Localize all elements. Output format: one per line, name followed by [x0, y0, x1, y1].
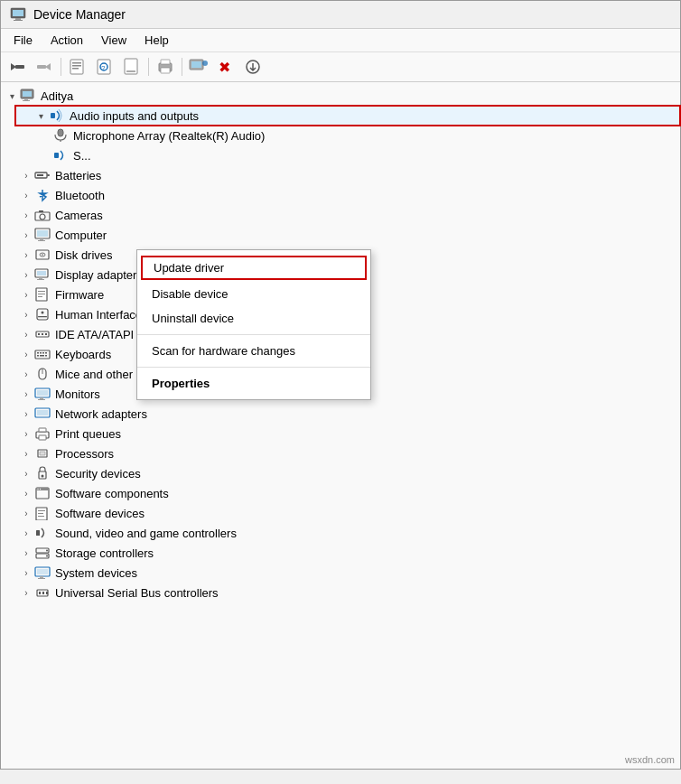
bluetooth-icon: [33, 187, 51, 203]
svg-rect-33: [47, 174, 50, 176]
svg-rect-100: [38, 578, 45, 579]
context-menu: Update driver Disable device Uninstall d…: [136, 249, 371, 400]
svg-point-35: [40, 214, 45, 219]
softwaredev-label: Software devices: [55, 507, 145, 520]
tree-item-usb[interactable]: › Universal Serial Bus controllers: [1, 583, 680, 602]
usb-label: Universal Serial Bus controllers: [55, 586, 219, 600]
expand-arrow-firmware: ›: [19, 290, 33, 300]
tree-item-audio[interactable]: ▾ Audio inputs and outputs: [15, 106, 680, 126]
tree-item-storage[interactable]: › Storage controllers: [1, 543, 680, 563]
forward-button[interactable]: [32, 55, 57, 79]
watermark: wsxdn.com: [625, 754, 675, 765]
tree-item-microphone[interactable]: Microphone Array (Realtek(R) Audio): [1, 126, 680, 145]
tree-item-softwaredev[interactable]: › Software devices: [1, 503, 680, 523]
expand-arrow-keyboards: ›: [19, 350, 33, 359]
tree-item-processors[interactable]: › Processors: [1, 443, 680, 463]
ctx-separator-2: [137, 367, 370, 368]
ctx-disable-device[interactable]: Disable device: [137, 282, 370, 306]
menu-view[interactable]: View: [92, 31, 135, 50]
svg-rect-28: [58, 129, 63, 136]
print-toolbar-btn[interactable]: [153, 55, 178, 79]
cameras-label: Cameras: [55, 209, 103, 222]
ide-icon: [33, 326, 51, 342]
svg-point-43: [42, 254, 43, 256]
svg-rect-66: [45, 355, 47, 357]
svg-rect-72: [40, 397, 43, 399]
expand-arrow-hid: ›: [19, 310, 33, 320]
svg-rect-47: [37, 279, 44, 280]
svg-rect-98: [37, 569, 48, 574]
device-manager-window: Device Manager File Action View Help: [0, 0, 681, 770]
svg-rect-40: [38, 240, 45, 241]
tree-item-security[interactable]: › Security devices: [1, 463, 680, 483]
svg-rect-71: [37, 390, 48, 396]
tree-item-network[interactable]: › Network adapters: [1, 404, 680, 424]
tree-item-computer[interactable]: › Computer: [1, 225, 680, 245]
back-button[interactable]: [5, 55, 30, 79]
ctx-scan-hardware[interactable]: Scan for hardware changes: [137, 339, 370, 363]
doc-button[interactable]: [119, 55, 145, 79]
sound-icon: [33, 525, 51, 541]
svg-rect-104: [46, 592, 48, 594]
ctx-update-driver[interactable]: Update driver: [141, 256, 367, 280]
svg-rect-45: [37, 271, 46, 275]
sound-label: Sound, video and game controllers: [55, 527, 237, 540]
expand-arrow-computer: ›: [19, 230, 33, 240]
svg-rect-2: [15, 18, 21, 20]
tree-item-speakers[interactable]: S...: [1, 145, 680, 165]
tree-item-batteries[interactable]: › Batteries: [1, 165, 680, 185]
title-bar: Device Manager: [1, 1, 680, 29]
menu-help[interactable]: Help: [135, 31, 178, 50]
tree-item-system[interactable]: › System devices: [1, 563, 680, 583]
speaker-icon: [51, 147, 70, 163]
svg-rect-24: [23, 91, 32, 97]
processor-icon: [33, 445, 51, 462]
svg-rect-54: [38, 316, 47, 317]
expand-arrow-cameras: ›: [19, 210, 33, 220]
menu-action[interactable]: Action: [42, 31, 92, 50]
svg-rect-60: [37, 352, 39, 354]
expand-arrow-bluetooth: ›: [19, 191, 33, 201]
update-driver-toolbar-btn[interactable]: ?: [92, 55, 117, 79]
svg-rect-1: [13, 10, 23, 16]
svg-rect-80: [40, 452, 45, 455]
batteries-label: Batteries: [55, 169, 101, 182]
system-icon: [33, 565, 51, 581]
svg-point-20: [202, 61, 208, 66]
security-icon: [33, 465, 51, 481]
tree-item-cameras[interactable]: › Cameras: [1, 205, 680, 225]
menu-file[interactable]: File: [5, 31, 42, 50]
svg-rect-7: [72, 62, 81, 64]
computer-label: Computer: [55, 229, 107, 242]
tree-item-print[interactable]: › Print queues: [1, 424, 680, 443]
svg-rect-62: [42, 352, 44, 354]
svg-point-53: [42, 312, 44, 314]
computer-icon: [19, 88, 37, 104]
tree-item-sound[interactable]: › Sound, video and game controllers: [1, 523, 680, 543]
svg-rect-46: [39, 277, 42, 279]
ctx-uninstall-device[interactable]: Uninstall device: [137, 306, 370, 331]
tree-item-bluetooth[interactable]: › Bluetooth: [1, 185, 680, 205]
expand-arrow-audio: ▾: [33, 111, 48, 121]
content-area: ▾ Aditya ▾ Audio inputs and outputs Micr…: [1, 82, 680, 769]
print-label: Print queues: [55, 427, 121, 441]
tree-item-softwarecomp[interactable]: › Software components: [1, 483, 680, 503]
expand-arrow-security: ›: [19, 469, 33, 479]
keyboards-label: Keyboards: [55, 348, 111, 361]
tree-root-aditya[interactable]: ▾ Aditya: [1, 86, 680, 106]
separator-3: [182, 58, 182, 76]
scan-toolbar-btn[interactable]: [240, 55, 266, 79]
svg-rect-56: [38, 333, 40, 335]
monitor-toolbar-btn[interactable]: [186, 55, 211, 79]
remove-toolbar-btn[interactable]: ✖: [213, 55, 238, 79]
svg-rect-16: [161, 60, 170, 64]
monitors-label: Monitors: [55, 387, 100, 401]
display-icon: [33, 266, 51, 283]
expand-arrow-display: ›: [19, 270, 33, 280]
separator-2: [148, 58, 149, 76]
properties-toolbar-btn[interactable]: [65, 55, 90, 79]
expand-arrow-softwarecomp: ›: [19, 489, 33, 499]
ctx-properties[interactable]: Properties: [137, 371, 370, 396]
svg-rect-8: [72, 65, 81, 67]
ctx-separator: [137, 334, 370, 335]
